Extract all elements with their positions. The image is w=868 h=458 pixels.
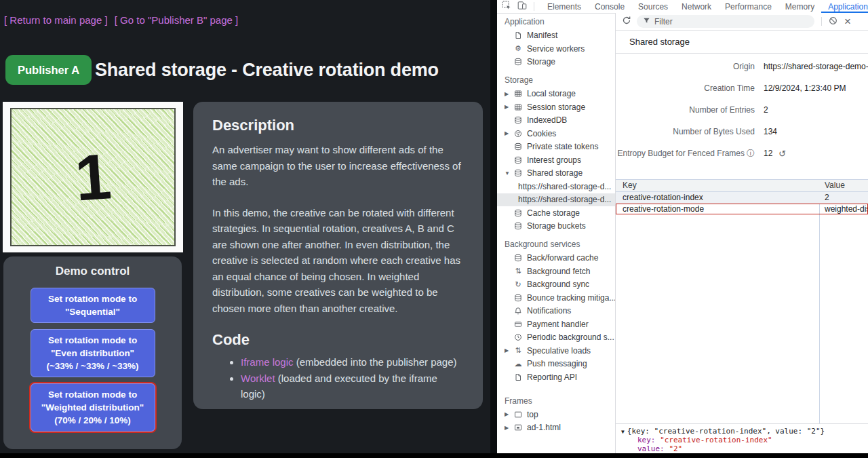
sidebar-item-https-shared-storage-d[interactable]: https://shared-storage-d...	[497, 193, 615, 207]
description-panel: Description An advertiser may want to sh…	[193, 102, 483, 409]
sidebar-section-background-services: Background services	[497, 238, 615, 252]
sidebar-item-label: Manifest	[527, 31, 557, 40]
cloud-icon: ☁	[513, 359, 523, 368]
expander-closed-icon[interactable]: ▶	[505, 411, 513, 417]
sidebar-item-notifications[interactable]: Notifications	[497, 305, 615, 318]
sidebar-item-label: Periodic background s...	[527, 332, 614, 342]
sidebar-section-application: Application	[497, 16, 615, 29]
sidebar-item-session-storage[interactable]: ▶Session storage	[497, 100, 615, 114]
sidebar-item-label: Service workers	[527, 44, 585, 54]
sidebar-item-label: https://shared-storage-d...	[518, 182, 611, 191]
expander-open-icon[interactable]: ▼	[505, 170, 513, 176]
sidebar-item-interest-groups[interactable]: Interest groups	[497, 153, 615, 167]
sidebar-item-label: top	[527, 410, 538, 419]
sidebar-item-shared-storage[interactable]: ▼Shared storage	[497, 167, 615, 180]
description-paragraph-1: An advertiser may want to show different…	[212, 142, 464, 190]
preview-entry-value: value: "2"	[621, 444, 868, 453]
info-icon[interactable]: ⓘ	[747, 149, 755, 158]
return-main-page-link[interactable]: [ Return to main page ]	[4, 14, 108, 26]
devtools-tab-sources[interactable]: Sources	[631, 0, 675, 13]
table-header-row: KeyValue	[616, 180, 868, 192]
publisher-b-link[interactable]: [ Go to "Publisher B" page ]	[115, 14, 238, 26]
demo-control-title: Demo control	[3, 256, 182, 278]
sidebar-item-back-forward-cache[interactable]: Back/forward cache	[497, 252, 615, 265]
devtools-tab-performance[interactable]: Performance	[718, 0, 778, 13]
sidebar-item-label: Session storage	[527, 102, 585, 112]
devtools-tab-console[interactable]: Console	[588, 0, 631, 13]
sidebar-item-local-storage[interactable]: ▶Local storage	[497, 88, 615, 101]
expander-closed-icon[interactable]: ▶	[505, 91, 513, 97]
metadata-value: https://shared-storage-demo-co	[764, 62, 868, 71]
rotation-mode-button-weighted-distribution[interactable]: Set rotation mode to "Weighted distribut…	[31, 383, 155, 432]
sidebar-item-indexeddb[interactable]: IndexedDB	[497, 114, 615, 128]
sidebar-item-private-state-tokens[interactable]: Private state tokens	[497, 140, 615, 154]
shared-storage-heading: Shared storage	[616, 31, 868, 54]
expander-closed-icon[interactable]: ▶	[505, 347, 513, 354]
screenshot-root: [ Return to main page ] [ Go to "Publish…	[0, 0, 868, 458]
sidebar-item-periodic-background-s[interactable]: Periodic background s...	[497, 331, 615, 345]
devtools-tab-network[interactable]: Network	[675, 0, 718, 13]
close-icon[interactable]: ×	[844, 16, 851, 27]
preview-entry-value: "creative-rotation-index"	[660, 436, 772, 444]
sidebar-item-payment-handler[interactable]: Payment handler	[497, 318, 615, 331]
gear-icon: ⚙	[513, 44, 523, 54]
rotation-mode-button-even-distribution[interactable]: Set rotation mode to "Even distribution"…	[31, 329, 155, 377]
cell-value: weighted-distribution	[819, 204, 868, 215]
sidebar-item-speculative-loads[interactable]: ▶⇅Speculative loads	[497, 344, 615, 358]
metadata-row-entropy-budget-for-fenced-frames: Entropy Budget for Fenced Framesⓘ12↺	[616, 142, 868, 164]
device-toolbar-icon[interactable]	[517, 1, 527, 12]
clear-all-icon[interactable]	[829, 16, 837, 27]
sidebar-item-ad-1-html[interactable]: ▶ad-1.html	[497, 421, 615, 435]
sidebar-item-service-workers[interactable]: ⚙Service workers	[497, 42, 615, 56]
description-title: Description	[212, 117, 464, 134]
expander-closed-icon[interactable]: ▶	[505, 130, 513, 136]
expander-open-icon[interactable]: ▼	[621, 429, 625, 435]
devtools-tab-memory[interactable]: Memory	[778, 0, 821, 13]
toolbar-separator	[821, 17, 822, 26]
sidebar-item-background-sync[interactable]: ↻Background sync	[497, 278, 615, 292]
sidebar-item-cookies[interactable]: ▶Cookies	[497, 127, 615, 140]
reset-budget-icon[interactable]: ↺	[778, 149, 786, 159]
sidebar-item-https-shared-storage-d[interactable]: https://shared-storage-d...	[497, 180, 615, 193]
page-nav: [ Return to main page ] [ Go to "Publish…	[4, 14, 242, 26]
sidebar-item-reporting-api[interactable]: Reporting API	[497, 370, 615, 384]
column-header-key[interactable]: Key	[616, 180, 819, 191]
preview-summary: {key: "creative-rotation-index", value: …	[627, 427, 825, 436]
sidebar-item-storage-buckets[interactable]: Storage buckets	[497, 220, 615, 233]
table-column-divider[interactable]	[819, 180, 820, 423]
metadata-label: Creation Time	[616, 83, 755, 93]
devtools-tab-application[interactable]: Application	[821, 0, 868, 13]
refresh-icon[interactable]	[622, 16, 631, 27]
sidebar-item-label: Reporting API	[527, 373, 577, 382]
expander-closed-icon[interactable]: ▶	[505, 104, 513, 110]
devtools-tab-elements[interactable]: Elements	[540, 0, 588, 13]
sidebar-item-storage[interactable]: Storage	[497, 56, 615, 69]
metadata-label: Entropy Budget for Fenced Framesⓘ	[616, 148, 755, 159]
iframe-icon	[513, 423, 523, 432]
cookie-icon	[513, 129, 523, 138]
sidebar-item-background-fetch[interactable]: ⇅Background fetch	[497, 265, 615, 278]
filter-input[interactable]: Filter	[637, 15, 814, 28]
iframe-logic-link[interactable]: Iframe logic	[241, 356, 294, 368]
expander-closed-icon[interactable]: ▶	[505, 425, 513, 431]
inspect-element-icon[interactable]	[502, 1, 511, 12]
sidebar-item-push-messaging[interactable]: ☁Push messaging	[497, 358, 615, 371]
table-row-creative-rotation-mode[interactable]: creative-rotation-modeweighted-distribut…	[616, 204, 868, 215]
column-header-value[interactable]: Value	[819, 180, 868, 191]
sidebar-item-top[interactable]: ▶top	[497, 408, 615, 421]
preview-entry-key: key: "creative-rotation-index"	[621, 436, 868, 444]
table-row-creative-rotation-index[interactable]: creative-rotation-index2	[616, 192, 868, 204]
db-icon	[513, 155, 523, 165]
sidebar-item-label: ad-1.html	[527, 423, 561, 432]
metadata-value: 12/9/2024, 1:23:40 PM	[764, 83, 846, 93]
sidebar-item-bounce-tracking-mitiga[interactable]: Bounce tracking mitiga...	[497, 291, 615, 305]
worklet-link[interactable]: Worklet	[241, 373, 275, 384]
metadata-row-creation-time: Creation Time12/9/2024, 1:23:40 PM	[616, 77, 868, 99]
publisher-badge: Publisher A	[5, 55, 92, 85]
rotation-mode-button-sequential[interactable]: Set rotation mode to "Sequential"	[31, 288, 155, 323]
metadata-row-number-of-entries: Number of Entries2	[616, 99, 868, 121]
sidebar-item-manifest[interactable]: Manifest	[497, 29, 615, 43]
sidebar-item-label: Background fetch	[527, 267, 590, 276]
sidebar-item-cache-storage[interactable]: Cache storage	[497, 206, 615, 220]
sidebar-item-label: Speculative loads	[527, 346, 591, 356]
